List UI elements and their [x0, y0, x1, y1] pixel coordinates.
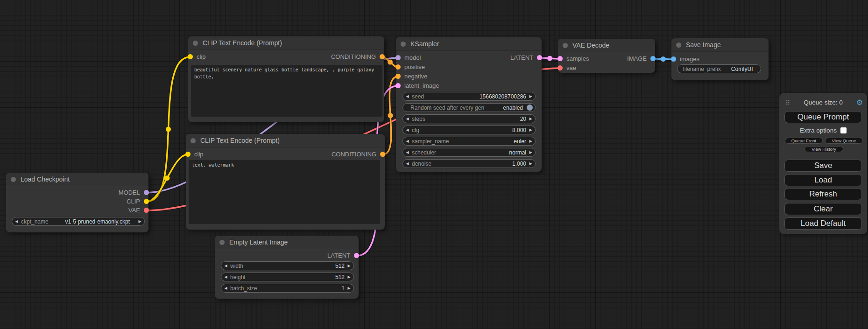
input-slot-clip: clip: [188, 52, 206, 62]
widget-filename-prefix[interactable]: filename_prefix ComfyUI: [677, 64, 761, 73]
latent-output-port[interactable]: [354, 253, 359, 258]
model-input-port[interactable]: [395, 55, 401, 60]
link-midpoint-dot[interactable]: [388, 113, 393, 118]
vae-output-port[interactable]: [144, 208, 149, 213]
queue-prompt-button[interactable]: Queue Prompt: [784, 111, 862, 123]
node-clip-text-encode-negative[interactable]: CLIP Text Encode (Prompt) clip CONDITION…: [186, 134, 385, 230]
node-load-checkpoint[interactable]: Load Checkpoint MODEL CLIP VAE ◀ ckpt_na…: [6, 173, 148, 232]
decrement-arrow-icon[interactable]: ◀: [403, 160, 412, 168]
node-title: Empty Latent Image: [229, 238, 288, 246]
link-midpoint-dot[interactable]: [166, 127, 171, 132]
node-title-bar[interactable]: Load Checkpoint: [6, 173, 148, 186]
increment-arrow-icon[interactable]: ▶: [345, 262, 353, 270]
increment-arrow-icon[interactable]: ▶: [526, 92, 535, 100]
clip-output-port[interactable]: [144, 199, 149, 204]
vae-input-port[interactable]: [557, 65, 563, 70]
node-vae-decode[interactable]: VAE Decode samples vae IMAGE: [558, 39, 655, 73]
extra-options-checkbox[interactable]: [840, 127, 847, 133]
drag-handle-icon[interactable]: ⠿: [785, 99, 790, 106]
latent-input-port[interactable]: [395, 83, 401, 88]
image-output-port[interactable]: [650, 56, 656, 61]
widget-ckpt-name[interactable]: ◀ ckpt_name v1-5-pruned-emaonly.ckpt ▶: [12, 217, 145, 226]
widget-cfg[interactable]: ◀ cfg 8.000 ▶: [402, 126, 536, 134]
increment-arrow-icon[interactable]: ▶: [345, 273, 353, 281]
prev-arrow-icon[interactable]: ◀: [403, 137, 412, 145]
node-title-bar[interactable]: CLIP Text Encode (Prompt): [186, 134, 385, 147]
increment-arrow-icon[interactable]: ▶: [526, 126, 535, 134]
node-title-bar[interactable]: CLIP Text Encode (Prompt): [188, 36, 384, 50]
next-arrow-icon[interactable]: ▶: [526, 148, 535, 156]
positive-input-port[interactable]: [395, 64, 401, 70]
view-history-button[interactable]: View History: [804, 146, 843, 152]
link-midpoint-dot[interactable]: [388, 60, 393, 65]
widget-height[interactable]: ◀ height 512 ▶: [221, 273, 354, 281]
prev-arrow-icon[interactable]: ◀: [12, 217, 21, 225]
widget-batch-size[interactable]: ◀ batch_size 1 ▶: [221, 284, 354, 293]
increment-arrow-icon[interactable]: ▶: [345, 284, 353, 292]
node-empty-latent-image[interactable]: Empty Latent Image LATENT ◀ width 512 ▶ …: [215, 236, 359, 299]
comfyui-canvas[interactable]: { "colors": { "model": "#B39DDB", "clip"…: [0, 0, 868, 329]
collapse-dot[interactable]: [219, 240, 225, 245]
link-midpoint-dot[interactable]: [661, 56, 666, 62]
widget-scheduler[interactable]: ◀ scheduler normal ▶: [402, 148, 536, 157]
clip-input-port[interactable]: [185, 152, 191, 157]
toggle-indicator[interactable]: [527, 105, 533, 111]
collapse-dot[interactable]: [191, 138, 196, 143]
decrement-arrow-icon[interactable]: ◀: [403, 92, 412, 100]
load-button[interactable]: Load: [784, 174, 862, 186]
widget-seed[interactable]: ◀ seed 156680208700286 ▶: [402, 92, 536, 101]
widget-value: 8.000: [512, 127, 526, 133]
clip-input-port[interactable]: [188, 54, 193, 59]
node-title-bar[interactable]: KSampler: [396, 37, 542, 51]
refresh-button[interactable]: Refresh: [784, 188, 862, 200]
conditioning-output-port[interactable]: [380, 152, 385, 157]
model-output-port[interactable]: [144, 190, 149, 195]
collapse-dot[interactable]: [11, 177, 16, 182]
conditioning-output-port[interactable]: [380, 54, 385, 59]
node-save-image[interactable]: Save Image images filename_prefix ComfyU…: [671, 38, 769, 80]
widget-label: height: [230, 274, 335, 280]
increment-arrow-icon[interactable]: ▶: [526, 115, 535, 123]
decrement-arrow-icon[interactable]: ◀: [221, 262, 230, 270]
link-midpoint-dot[interactable]: [547, 56, 552, 61]
output-slot-clip: CLIP: [127, 197, 148, 206]
next-arrow-icon[interactable]: ▶: [526, 137, 535, 145]
collapse-dot[interactable]: [193, 41, 198, 46]
prompt-textarea[interactable]: text, watermark: [189, 160, 380, 224]
prompt-textarea[interactable]: beautiful scenery nature glass bottle la…: [191, 65, 382, 117]
negative-input-port[interactable]: [395, 74, 401, 79]
view-queue-button[interactable]: View Queue: [825, 138, 863, 144]
widget-width[interactable]: ◀ width 512 ▶: [221, 261, 354, 270]
node-title: CLIP Text Encode (Prompt): [203, 39, 282, 47]
collapse-dot[interactable]: [563, 43, 568, 48]
settings-gear-icon[interactable]: ⚙: [856, 98, 863, 107]
widget-random-seed[interactable]: Random seed after every gen enabled: [402, 103, 536, 112]
input-slot-images: images: [671, 55, 699, 64]
queue-front-button[interactable]: Queue Front: [785, 138, 823, 144]
load-default-button[interactable]: Load Default: [784, 217, 862, 230]
link-midpoint-dot[interactable]: [165, 175, 170, 181]
node-title-bar[interactable]: Save Image: [671, 38, 769, 52]
clear-button[interactable]: Clear: [784, 203, 862, 215]
widget-sampler-name[interactable]: ◀ sampler_name euler ▶: [402, 137, 536, 146]
save-button[interactable]: Save: [784, 160, 862, 172]
images-input-port[interactable]: [671, 56, 676, 62]
next-arrow-icon[interactable]: ▶: [135, 217, 144, 225]
node-title-bar[interactable]: Empty Latent Image: [215, 236, 359, 249]
decrement-arrow-icon[interactable]: ◀: [403, 115, 412, 123]
increment-arrow-icon[interactable]: ▶: [526, 160, 535, 168]
prev-arrow-icon[interactable]: ◀: [403, 148, 412, 156]
latent-output-port[interactable]: [537, 55, 542, 60]
collapse-dot[interactable]: [401, 42, 406, 47]
decrement-arrow-icon[interactable]: ◀: [403, 126, 412, 134]
samples-input-port[interactable]: [557, 56, 563, 61]
input-label: clip: [194, 151, 204, 158]
node-title-bar[interactable]: VAE Decode: [558, 39, 655, 52]
widget-steps[interactable]: ◀ steps 20 ▶: [402, 114, 536, 123]
collapse-dot[interactable]: [676, 42, 681, 48]
decrement-arrow-icon[interactable]: ◀: [221, 284, 230, 292]
decrement-arrow-icon[interactable]: ◀: [221, 273, 230, 281]
node-clip-text-encode-positive[interactable]: CLIP Text Encode (Prompt) clip CONDITION…: [188, 36, 384, 122]
node-ksampler[interactable]: KSampler model positive negative latent_…: [396, 37, 542, 172]
widget-denoise[interactable]: ◀ denoise 1.000 ▶: [402, 159, 536, 168]
